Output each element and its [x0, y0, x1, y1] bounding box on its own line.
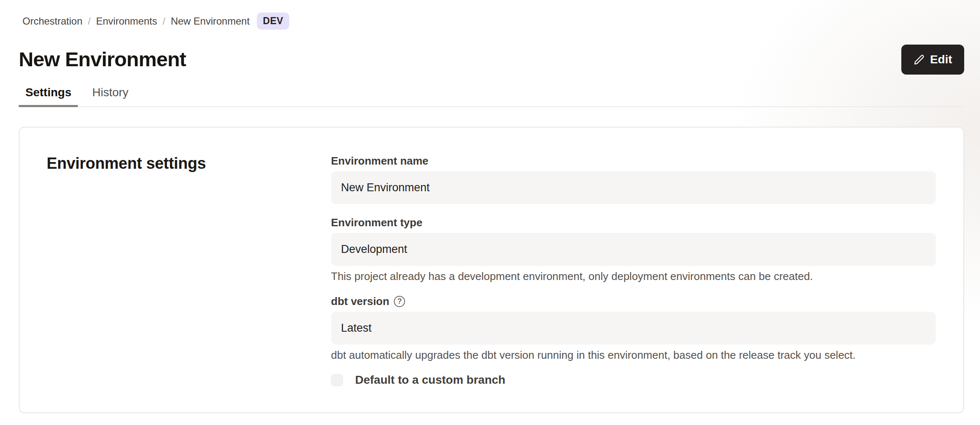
environment-type-input[interactable] — [331, 233, 936, 266]
page: Orchestration / Environments / New Envir… — [0, 0, 980, 413]
breadcrumb-item-orchestration[interactable]: Orchestration — [22, 15, 82, 27]
dev-environment-badge: DEV — [257, 12, 290, 30]
breadcrumb: Orchestration / Environments / New Envir… — [22, 12, 964, 30]
dbt-version-helper-text: dbt automatically upgrades the dbt versi… — [331, 348, 936, 362]
dbt-version-label-text: dbt version — [331, 295, 389, 308]
help-icon[interactable]: ? — [394, 296, 405, 307]
custom-branch-checkbox[interactable] — [331, 374, 343, 386]
page-title: New Environment — [19, 47, 186, 72]
field-environment-type: Environment type This project already ha… — [331, 216, 936, 283]
card-left-column: Environment settings — [47, 154, 331, 387]
environment-settings-heading: Environment settings — [47, 154, 331, 173]
environment-type-helper-text: This project already has a development e… — [331, 270, 936, 283]
custom-branch-label[interactable]: Default to a custom branch — [355, 373, 505, 387]
breadcrumb-item-environments[interactable]: Environments — [96, 15, 157, 27]
tab-history[interactable]: History — [85, 85, 135, 107]
breadcrumb-separator: / — [162, 15, 165, 27]
pencil-icon — [913, 54, 925, 65]
field-environment-name: Environment name — [331, 154, 936, 204]
edit-button-label: Edit — [930, 53, 952, 66]
tab-bar: Settings History — [19, 85, 964, 107]
dbt-version-input[interactable] — [331, 312, 936, 345]
field-dbt-version: dbt version ? dbt automatically upgrades… — [331, 295, 936, 362]
environment-type-label: Environment type — [331, 216, 936, 229]
environment-name-input[interactable] — [331, 171, 936, 204]
environment-settings-form: Environment name Environment type This p… — [331, 154, 936, 387]
environment-name-label: Environment name — [331, 154, 936, 168]
breadcrumb-separator: / — [88, 15, 91, 27]
dbt-version-label: dbt version ? — [331, 295, 936, 308]
breadcrumb-item-new-environment[interactable]: New Environment — [171, 15, 249, 27]
edit-button[interactable]: Edit — [901, 45, 964, 75]
page-header: New Environment Edit — [19, 45, 964, 75]
settings-card: Environment settings Environment name En… — [19, 127, 964, 413]
tab-settings[interactable]: Settings — [19, 85, 78, 107]
custom-branch-row: Default to a custom branch — [331, 373, 936, 387]
